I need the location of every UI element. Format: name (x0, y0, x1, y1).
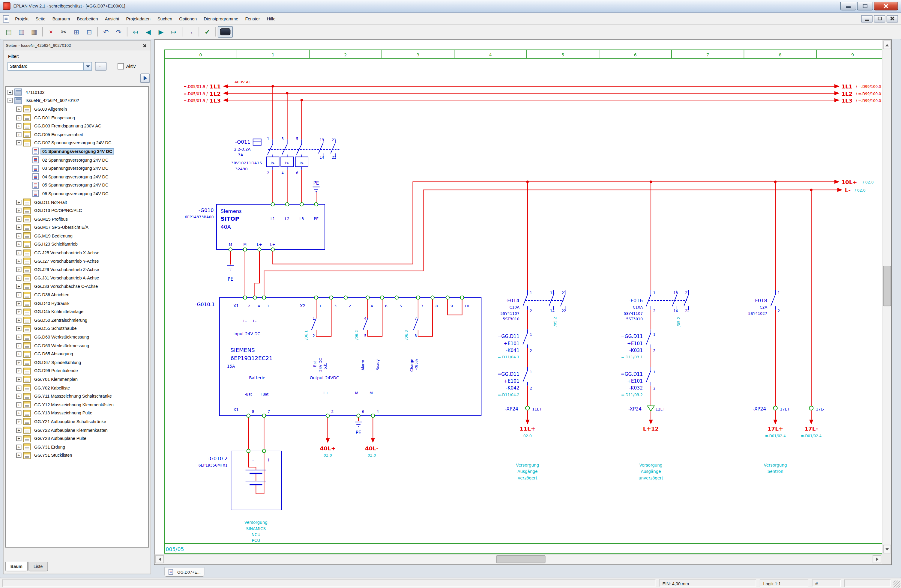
tree-item[interactable]: +GG.J27 Vorschubantrieb Y-Achse (6, 257, 148, 265)
expand-icon[interactable]: + (16, 216, 21, 221)
tree-item-label[interactable]: GG.D03 Fremdspannung 230V AC (33, 123, 103, 129)
expand-icon[interactable]: + (16, 199, 21, 204)
menu-projektdaten[interactable]: Projektdaten (123, 14, 154, 23)
expand-icon[interactable]: + (16, 428, 21, 433)
tree-item[interactable]: 01 Spannungsversorgung 24V DC (6, 147, 148, 156)
expand-icon[interactable]: + (16, 360, 21, 365)
tree-item-label[interactable]: GG.M17 SPS-Übersicht E/A (33, 224, 90, 230)
tree-item-label[interactable]: GG.J29 Vorschubantrieb Z-Achse (33, 266, 101, 273)
tree-item[interactable]: +GG.Y12 Masszeichnung Klemmenkästen (6, 401, 148, 409)
horizontal-scroll-thumb[interactable] (496, 555, 546, 563)
scroll-down-button[interactable] (883, 545, 891, 554)
cut-button[interactable]: ✂ (57, 26, 70, 38)
expand-icon[interactable]: + (16, 326, 21, 331)
expand-icon[interactable]: + (16, 301, 21, 306)
apply-check-button[interactable]: ✔ (201, 26, 214, 38)
expand-icon[interactable]: + (16, 444, 21, 450)
scroll-up-button[interactable] (883, 40, 891, 49)
tree-item[interactable]: +GG.H23 Schleifantrieb (6, 240, 148, 249)
tree-item-label[interactable]: 04 Spannungsversorgung 24V DC (41, 174, 110, 180)
document-tab[interactable]: =GG.D07+E... (164, 567, 204, 577)
tree-item[interactable]: +GG.D63 Werkstückmessung (6, 342, 148, 350)
expand-icon[interactable]: + (16, 258, 21, 264)
tree-item[interactable]: 02 Spannungsversorgung 24V DC (6, 156, 148, 164)
delete-button[interactable]: × (45, 26, 57, 38)
tree-item-label[interactable]: GG.J33 Vorschubachse C-Achse (33, 283, 100, 290)
tree-item[interactable]: +GG.D99 Potentialende (6, 367, 148, 375)
expand-icon[interactable]: + (16, 309, 21, 314)
tree-item[interactable]: +GG.Y11 Masszeichnung Schaltschränke (6, 392, 148, 401)
expand-icon[interactable]: + (16, 208, 21, 213)
minimize-button[interactable] (840, 2, 856, 11)
tree-item[interactable]: +GG.Y23 Aufbaupläne Pulte (6, 434, 148, 443)
expand-icon[interactable]: + (16, 402, 21, 407)
menu-seite[interactable]: Seite (32, 14, 49, 23)
tree-item-label[interactable]: GG.Y13 Masszeichnung Pulte (33, 410, 94, 417)
expand-icon[interactable]: + (16, 115, 21, 120)
expand-icon[interactable]: + (8, 90, 12, 95)
tree-item-label[interactable]: GG.D01 Einspeisung (33, 114, 77, 121)
collapse-icon[interactable]: − (16, 140, 21, 145)
mdi-minimize-button[interactable] (861, 15, 873, 22)
menu-fenster[interactable]: Fenster (242, 14, 263, 23)
expand-icon[interactable]: + (16, 267, 21, 272)
collapse-icon[interactable]: − (8, 98, 12, 103)
tree-item[interactable]: +GG.D45 Kühlmittelanlage (6, 308, 148, 316)
tree-item-label[interactable]: GG.Y21 Aufbaupläne Schaltschränke (33, 418, 108, 425)
drawing-area[interactable]: 0123456789 (154, 39, 892, 565)
expand-icon[interactable]: + (16, 419, 21, 424)
goto-page-button[interactable]: → (184, 26, 197, 38)
expand-icon[interactable]: + (16, 385, 21, 390)
tree-item-label[interactable]: GG.M15 Profibus (33, 216, 69, 222)
tree-item-label[interactable]: GG.D60 Werkstückmessung (33, 334, 91, 340)
copy-button[interactable]: ⊞ (70, 26, 83, 38)
open-button[interactable]: ▤ (2, 26, 15, 38)
tree-item-label[interactable]: GG.D40 Hydraulik (33, 300, 71, 306)
expand-icon[interactable]: + (16, 233, 21, 238)
undo-button[interactable]: ↶ (100, 26, 112, 38)
resize-grip[interactable] (893, 580, 900, 587)
expand-icon[interactable]: + (16, 284, 21, 289)
redo-button[interactable]: ↷ (112, 26, 125, 38)
tree-item[interactable]: +GG.M17 SPS-Übersicht E/A (6, 223, 148, 232)
tree-item[interactable]: +GG.Y21 Aufbaupläne Schaltschränke (6, 417, 148, 426)
expand-icon[interactable]: + (16, 352, 21, 356)
tree-item-label[interactable]: GG.Y11 Masszeichnung Schaltschränke (33, 393, 113, 400)
tree-item-label[interactable]: GG.D50 Zentralschmierung (33, 317, 89, 324)
tree-item-label[interactable]: GG.H23 Schleifantrieb (33, 241, 79, 247)
tree-item-label[interactable]: GG.D45 Kühlmittelanlage (33, 308, 85, 315)
tree-item-label[interactable]: 01 Spannungsversorgung 24V DC (41, 148, 114, 154)
tree-item-label[interactable]: GG.00 Allgemein (33, 106, 69, 112)
graphic-view-button[interactable] (218, 26, 233, 38)
scroll-left-button[interactable] (155, 555, 164, 563)
expand-icon[interactable]: + (16, 242, 21, 247)
vertical-scroll-thumb[interactable] (883, 266, 891, 306)
next-page-button[interactable]: ▶ (154, 26, 167, 38)
tree-item[interactable]: +GG.00 Allgemein (6, 105, 148, 114)
tree-item[interactable]: +GG.M19 Bedienung (6, 232, 148, 240)
filter-combobox[interactable]: Standard (8, 62, 92, 71)
expand-icon[interactable]: + (16, 334, 21, 340)
tree-item[interactable]: +GG.D36 Abrichten (6, 291, 148, 299)
tree-item-label[interactable]: GG.D13 PC/OP/NC/PLC (33, 207, 84, 213)
tree-item-label[interactable]: GG.Y51 Stücklisten (33, 452, 74, 459)
tree-item[interactable]: +GG.D03 Fremdspannung 230V AC (6, 122, 148, 130)
paste-button[interactable]: ⊟ (83, 26, 95, 38)
tree-item-label[interactable]: IssueNr_425624_60270102 (24, 98, 81, 104)
tree-item[interactable]: −GG.D07 Spannungsversorgung 24V DC (6, 138, 148, 147)
menu-ansicht[interactable]: Ansicht (101, 14, 123, 23)
expand-icon[interactable]: + (16, 225, 21, 230)
tree-item[interactable]: +GG.Y01 Klemmenplan (6, 375, 148, 384)
tree-item-label[interactable]: GG.D99 Potentialende (33, 368, 80, 374)
tree-item-label[interactable]: GG.Y22 Aufbaupläne Klemmenkästen (33, 427, 109, 433)
tree-item[interactable]: +GG.Y13 Masszeichnung Pulte (6, 409, 148, 417)
page-tree[interactable]: +47110102−IssueNr_425624_60270102+GG.00 … (5, 86, 149, 548)
expand-icon[interactable]: + (16, 275, 21, 281)
tab-liste[interactable]: Liste (28, 562, 48, 571)
tree-item[interactable]: −IssueNr_425624_60270102 (6, 96, 148, 105)
expand-icon[interactable]: + (16, 369, 21, 373)
tree-item[interactable]: 05 Spannungsversorgung 24V DC (6, 181, 148, 189)
expand-icon[interactable]: + (16, 343, 21, 348)
tree-item[interactable]: +GG.D11 Not-Halt (6, 198, 148, 206)
mdi-restore-button[interactable] (874, 15, 885, 22)
